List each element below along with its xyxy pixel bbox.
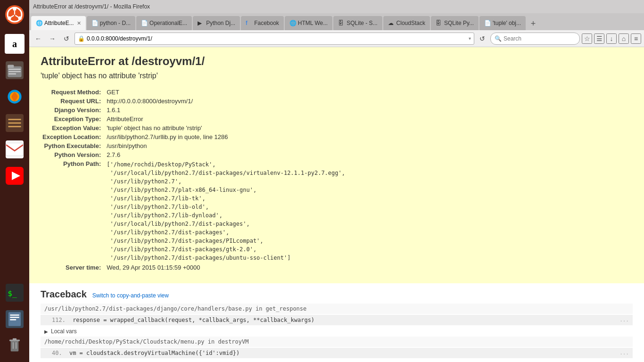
python-executable-label: Python Executable:: [41, 141, 105, 150]
svg-rect-22: [11, 341, 19, 351]
ubuntu-icon[interactable]: [2, 2, 27, 27]
ellipsis-1: ...: [619, 317, 629, 323]
svg-rect-8: [8, 65, 14, 68]
tools-icon[interactable]: [2, 110, 27, 136]
python-version-row: Python Version: 2.7.6: [41, 150, 347, 159]
exception-location-value: /usr/lib/python2.7/urllib.py in quote, l…: [105, 132, 347, 141]
forward-button[interactable]: →: [46, 33, 58, 45]
svg-marker-15: [12, 172, 20, 180]
tab-favicon-4: ▶: [198, 20, 204, 26]
tab-label-4: Python Dj...: [206, 20, 235, 26]
ellipsis-2: ...: [619, 350, 629, 356]
tab-favicon-8: ☁: [388, 20, 395, 26]
traceback-title: Traceback: [41, 289, 87, 300]
python-executable-row: Python Executable: /usr/bin/python: [41, 141, 347, 150]
address-dropdown-arrow[interactable]: ▾: [469, 36, 471, 41]
locals-toggle-2[interactable]: ▶ Local vars: [41, 359, 633, 362]
exception-location-row: Exception Location: /usr/lib/python2.7/u…: [41, 132, 347, 141]
svg-rect-24: [13, 338, 17, 340]
reader-mode-button[interactable]: ☰: [594, 33, 604, 44]
tab-label-10: 'tuple' obj...: [493, 20, 521, 26]
tab-favicon-3: 📄: [141, 20, 148, 26]
menu-button[interactable]: ≡: [631, 33, 641, 44]
back-button[interactable]: ←: [32, 33, 44, 45]
tab-favicon-6: 🌐: [289, 20, 296, 26]
tab-label-6: HTML We...: [298, 20, 328, 26]
request-url-label: Request URL:: [41, 97, 105, 106]
new-tab-button[interactable]: +: [527, 17, 540, 30]
tab-8[interactable]: ☁ CloudStack: [383, 16, 430, 30]
exception-type-value: AttributeError: [105, 115, 347, 123]
tab-2[interactable]: 📄 python - D...: [87, 16, 135, 30]
exception-value-row: Exception Value: 'tuple' object has no a…: [41, 123, 347, 132]
search-bar[interactable]: 🔍: [490, 33, 580, 45]
tab-7[interactable]: 🗄 SQLite - S...: [333, 16, 382, 30]
tab-active[interactable]: 🌐 AttributeE... ✕: [31, 16, 86, 30]
tab-label-7: SQLite - S...: [347, 20, 377, 26]
bookmark-button[interactable]: ☆: [582, 33, 592, 44]
svg-point-1: [13, 7, 17, 11]
code-1: response = wrapped_callback(request, *ca…: [73, 317, 314, 323]
tab-label-5: Facebook: [254, 20, 279, 26]
amazon-icon[interactable]: a: [2, 31, 27, 57]
traceback-file-2: /home/rochdi/Desktop/PyStack/Cloudstack/…: [41, 337, 633, 347]
home-button[interactable]: ⌂: [619, 33, 629, 44]
request-method-value: GET: [105, 88, 347, 97]
tab-favicon-10: 📄: [484, 20, 491, 26]
tab-5[interactable]: f Facebook: [241, 16, 284, 30]
traceback-file-1: /usr/lib/python2.7/dist-packages/django/…: [41, 304, 633, 314]
request-url-row: Request URL: http://0.0.0.0:8000/destroy…: [41, 97, 347, 106]
python-path-label: Python Path:: [41, 159, 105, 263]
tab-3[interactable]: 📄 OperationalE...: [136, 16, 192, 30]
exception-type-label: Exception Type:: [41, 115, 105, 123]
request-url-value: http://0.0.0.0:8000/destroyvm/1/: [105, 97, 347, 106]
error-info-table: Request Method: GET Request URL: http://…: [41, 88, 347, 272]
gmail-icon[interactable]: [2, 137, 27, 162]
reload-page-button[interactable]: ↺: [476, 33, 488, 45]
locals-toggle-1[interactable]: ▶ Local vars: [41, 326, 633, 337]
files-icon[interactable]: [2, 58, 27, 83]
tab-favicon-1: 🌐: [36, 20, 42, 26]
search-icon: 🔍: [495, 35, 502, 42]
traceback-code-1: 112. response = wrapped_callback(request…: [41, 315, 633, 325]
exception-value-value: 'tuple' object has no attribute 'rstrip': [105, 123, 347, 132]
search-input[interactable]: [504, 35, 570, 42]
error-title: AttributeError at /destroyvm/1/: [41, 55, 633, 68]
reload-button[interactable]: ↺: [60, 33, 73, 45]
tab-label-8: CloudStack: [396, 20, 425, 26]
svg-rect-21: [10, 319, 16, 320]
terminal-icon[interactable]: $_: [2, 280, 27, 305]
tab-favicon-9: 🗄: [436, 20, 442, 26]
toolbar: ← → ↺ 🔒 ▾ ↺ 🔍 ☆ ☰ ↓ ⌂ ≡: [29, 30, 644, 47]
tab-close-1[interactable]: ✕: [77, 20, 81, 26]
exception-value-label: Exception Value:: [41, 123, 105, 132]
exception-type-row: Exception Type: AttributeError: [41, 115, 347, 123]
tab-9[interactable]: 🗄 SQLite Py...: [431, 16, 479, 30]
traceback-switch-link[interactable]: Switch to copy-and-paste view: [92, 292, 169, 299]
tab-4[interactable]: ▶ Python Dj...: [193, 16, 240, 30]
address-bar[interactable]: 🔒 ▾: [74, 33, 474, 45]
tab-6[interactable]: 🌐 HTML We...: [285, 16, 332, 30]
code-2: vm = cloudstack.destroyVirtualMachine({'…: [69, 350, 239, 356]
window-title: AttributeError at /destroyvm/1/ - Mozill…: [33, 3, 150, 10]
content-area: AttributeError at /destroyvm/1/ 'tuple' …: [29, 47, 644, 362]
address-input[interactable]: [87, 35, 469, 42]
python-executable-value: /usr/bin/python: [105, 141, 347, 150]
download-button[interactable]: ↓: [606, 33, 617, 44]
locals-arrow-1: ▶: [44, 329, 48, 334]
error-page: AttributeError at /destroyvm/1/ 'tuple' …: [29, 47, 644, 283]
youtube-icon[interactable]: [2, 163, 27, 189]
line-number-1: 112.: [52, 317, 66, 323]
tabbar: 🌐 AttributeE... ✕ 📄 python - D... 📄 Oper…: [29, 13, 644, 30]
trash-icon[interactable]: [2, 333, 27, 358]
server-time-value: Wed, 29 Apr 2015 01:15:59 +0000: [105, 263, 347, 272]
traceback-code-2: 40. vm = cloudstack.destroyVirtualMachin…: [41, 348, 633, 358]
titlebar: AttributeError at /destroyvm/1/ - Mozill…: [29, 0, 644, 13]
django-version-value: 1.6.1: [105, 106, 347, 115]
exception-location-label: Exception Location:: [41, 132, 105, 141]
tab-10[interactable]: 📄 'tuple' obj...: [479, 16, 526, 30]
svg-rect-26: [16, 342, 17, 349]
svg-rect-19: [10, 314, 19, 315]
editor-icon[interactable]: [2, 306, 27, 332]
firefox-icon[interactable]: [2, 84, 27, 109]
